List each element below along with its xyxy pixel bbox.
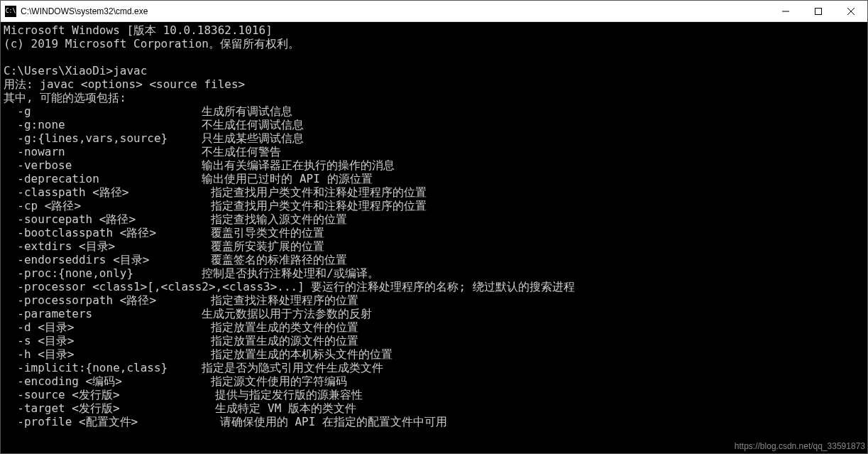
option-line: -deprecation 输出使用已过时的 API 的源位置 — [4, 172, 373, 185]
option-line: -s <目录> 指定放置生成的源文件的位置 — [4, 334, 358, 347]
copyright-line: (c) 2019 Microsoft Corporation。保留所有权利。 — [4, 37, 300, 50]
titlebar[interactable]: C:\ C:\WINDOWS\system32\cmd.exe — [1, 1, 867, 22]
maximize-button[interactable] — [802, 1, 835, 21]
usage-line: 用法: javac <options> <source files> — [4, 77, 245, 91]
window-title: C:\WINDOWS\system32\cmd.exe — [21, 6, 769, 16]
option-line: -endorseddirs <目录> 覆盖签名的标准路径的位置 — [4, 253, 347, 266]
cmd-icon: C:\ — [5, 6, 16, 17]
close-button[interactable] — [835, 1, 867, 21]
option-line: -h <目录> 指定放置生成的本机标头文件的位置 — [4, 347, 392, 361]
option-line: -extdirs <目录> 覆盖所安装扩展的位置 — [4, 239, 324, 253]
option-line: -processorpath <路径> 指定查找注释处理程序的位置 — [4, 293, 358, 307]
option-line: -encoding <编码> 指定源文件使用的字符编码 — [4, 374, 347, 388]
option-line: -d <目录> 指定放置生成的类文件的位置 — [4, 320, 358, 334]
cmd-window: C:\ C:\WINDOWS\system32\cmd.exe Microsof… — [0, 0, 868, 454]
terminal-output[interactable]: Microsoft Windows [版本 10.0.18362.1016] (… — [1, 22, 867, 453]
option-line: -g 生成所有调试信息 — [4, 104, 292, 118]
option-line: -nowarn 不生成任何警告 — [4, 145, 281, 158]
option-line: -cp <路径> 指定查找用户类文件和注释处理程序的位置 — [4, 199, 427, 212]
option-line: -proc:{none,only} 控制是否执行注释处理和/或编译。 — [4, 266, 379, 280]
window-controls — [769, 1, 867, 21]
option-line: -target <发行版> 生成特定 VM 版本的类文件 — [4, 401, 356, 415]
option-line: -sourcepath <路径> 指定查找输入源文件的位置 — [4, 212, 347, 226]
option-line: -bootclasspath <路径> 覆盖引导类文件的位置 — [4, 226, 324, 239]
where-line: 其中, 可能的选项包括: — [4, 91, 126, 104]
prompt-line: C:\Users\XiaoDi>javac — [4, 64, 147, 77]
option-line: -implicit:{none,class} 指定是否为隐式引用文件生成类文件 — [4, 361, 383, 374]
option-line: -processor <class1>[,<class2>,<class3>..… — [4, 280, 575, 293]
minimize-button[interactable] — [769, 1, 802, 21]
option-line: -classpath <路径> 指定查找用户类文件和注释处理程序的位置 — [4, 185, 427, 199]
option-line: -source <发行版> 提供与指定发行版的源兼容性 — [4, 388, 363, 401]
option-line: -g:{lines,vars,source} 只生成某些调试信息 — [4, 131, 304, 145]
option-line: -g:none 不生成任何调试信息 — [4, 118, 304, 131]
option-line: -verbose 输出有关编译器正在执行的操作的消息 — [4, 158, 395, 172]
option-line: -profile <配置文件> 请确保使用的 API 在指定的配置文件中可用 — [4, 415, 447, 428]
watermark-text: https://blog.csdn.net/qq_33591873 — [735, 441, 865, 451]
svg-rect-1 — [815, 8, 822, 14]
os-version-line: Microsoft Windows [版本 10.0.18362.1016] — [4, 23, 273, 37]
option-line: -parameters 生成元数据以用于方法参数的反射 — [4, 307, 372, 320]
